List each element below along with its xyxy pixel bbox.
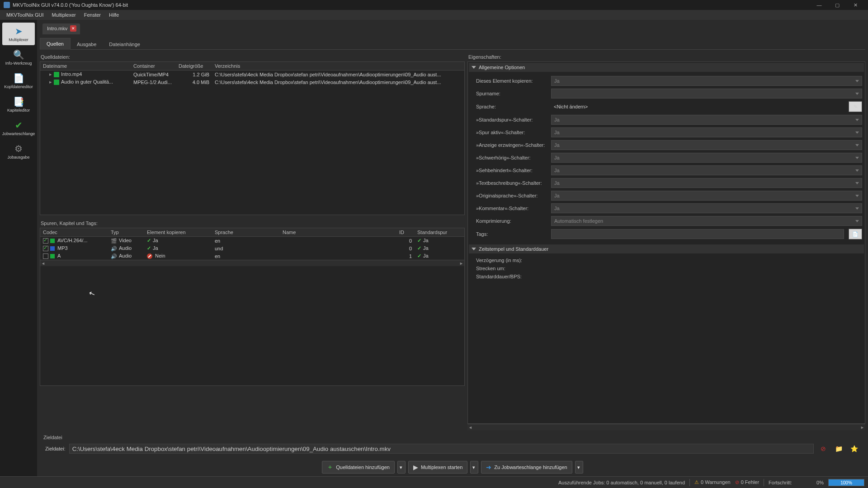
menu-multiplexer[interactable]: Multiplexer: [48, 11, 80, 19]
hearing-flag-select[interactable]: Ja: [551, 153, 862, 163]
track-color: [50, 254, 55, 258]
tracks-hscroll[interactable]: ◄►: [40, 260, 464, 266]
tab-output[interactable]: Ausgabe: [71, 39, 103, 50]
prop-comment-flag: »Kommentar«-Schalter: Ja: [469, 202, 864, 215]
minimize-button[interactable]: —: [810, 0, 828, 10]
sidebar-chapter-editor[interactable]: 📑 Kapiteleditor: [2, 93, 35, 116]
comment-flag-select[interactable]: Ja: [551, 203, 862, 213]
warning-icon: ⚠: [694, 479, 699, 485]
collapse-icon: [472, 66, 476, 69]
sources-table[interactable]: Dateiname Container Dateigröße Verzeichn…: [40, 61, 465, 215]
tree-toggle-icon[interactable]: ▸: [49, 71, 52, 77]
visual-flag-select[interactable]: Ja: [551, 165, 862, 175]
destination-clear-button[interactable]: ⊘: [817, 444, 829, 454]
check-icon: ✓: [417, 253, 421, 258]
source-row[interactable]: ▸Audio in guter Qualitä... MPEG-1/2 Audi…: [40, 78, 464, 86]
progress-current: 0%: [797, 480, 824, 485]
status-jobs: Auszuführende Jobs: 0 automatisch, 0 man…: [558, 480, 685, 485]
origlang-flag-select[interactable]: Ja: [551, 191, 862, 201]
tab-attachments[interactable]: Dateianhänge: [103, 39, 146, 50]
chevron-down-icon: [855, 220, 859, 222]
audio-type-icon: 🔊: [111, 246, 117, 251]
tags-browse-button[interactable]: 📄: [849, 229, 862, 239]
forced-flag-select[interactable]: Ja: [551, 140, 862, 150]
col-codec[interactable]: Codec: [40, 228, 108, 237]
col-directory[interactable]: Verzeichnis: [212, 62, 464, 70]
col-name[interactable]: Name: [280, 228, 396, 237]
document-tab[interactable]: Intro.mkv ✕: [42, 23, 80, 34]
chevron-down-icon: [855, 157, 859, 159]
sidebar: ➤ Multiplexer 🔍 Info-Werkzeug 📄 Kopfdate…: [0, 20, 37, 476]
sidebar-header-editor[interactable]: 📄 Kopfdateneditor: [2, 70, 35, 92]
document-tab-close[interactable]: ✕: [70, 25, 76, 32]
status-errors[interactable]: ⊘0 Fehler: [735, 479, 759, 485]
chevron-down-icon: [855, 182, 859, 184]
compression-select[interactable]: Automatisch festlegen: [551, 216, 862, 226]
status-warnings[interactable]: ⚠0 Warnungen: [694, 479, 731, 485]
col-container[interactable]: Container: [131, 62, 176, 70]
col-filename[interactable]: Dateiname: [40, 62, 131, 70]
chevron-down-icon: [855, 144, 859, 146]
prop-compression: Komprimierung: Automatisch festlegen: [469, 215, 864, 227]
sidebar-multiplexer[interactable]: ➤ Multiplexer: [2, 23, 35, 45]
chevron-down-icon: [855, 93, 859, 95]
chapter-icon: 📑: [13, 96, 24, 107]
track-row[interactable]: A 🔊Audio Nein en 1 ✓Ja: [40, 252, 464, 260]
copy-element-select[interactable]: Ja: [551, 76, 862, 86]
menubar: MKVToolNix GUI Multiplexer Fenster Hilfe: [0, 10, 868, 20]
trackname-input[interactable]: [551, 89, 862, 99]
add-to-queue-button[interactable]: ➜Zu Jobwarteschlange hinzufügen: [481, 461, 572, 474]
destination-label: Zieldatei:: [45, 446, 66, 451]
track-row[interactable]: MP3 🔊Audio ✓Ja und 0 ✓Ja: [40, 244, 464, 252]
menu-mkvtoolnix[interactable]: MKVToolNix GUI: [3, 11, 47, 19]
start-mux-dropdown[interactable]: ▾: [470, 461, 478, 474]
tracks-table[interactable]: Codec Typ Element kopieren Sprache Name …: [40, 228, 465, 386]
track-checkbox[interactable]: [43, 246, 48, 251]
track-checkbox[interactable]: [43, 253, 48, 259]
source-row[interactable]: ▸Intro.mp4 QuickTime/MP4 1.2 GiB C:\User…: [40, 70, 464, 79]
active-flag-select[interactable]: Ja: [551, 127, 862, 137]
properties-label: Eigenschaften:: [467, 52, 865, 61]
sidebar-output[interactable]: ⚙ Jobausgabe: [2, 140, 35, 163]
props-section-general[interactable]: Allgemeine Optionen: [469, 63, 864, 72]
destination-recent-button[interactable]: ⭐: [848, 444, 860, 454]
track-color: [50, 239, 55, 243]
track-checkbox[interactable]: [43, 238, 48, 244]
tab-sources[interactable]: Quellen: [40, 38, 71, 50]
sidebar-info[interactable]: 🔍 Info-Werkzeug: [2, 46, 35, 69]
track-color: [50, 246, 55, 251]
tags-input[interactable]: [551, 229, 844, 239]
action-bar: ＋Quelldateien hinzufügen ▾ ▶Multiplexen …: [40, 458, 865, 476]
close-button[interactable]: ✕: [846, 0, 864, 10]
destination-input[interactable]: [69, 444, 814, 454]
textdesc-flag-select[interactable]: Ja: [551, 178, 862, 188]
props-section-timestamp[interactable]: Zeitstempel und Standarddauer: [469, 244, 864, 253]
start-mux-button[interactable]: ▶Multiplexen starten: [408, 461, 467, 474]
chevron-down-icon: [855, 207, 859, 210]
error-icon: ⊘: [735, 479, 739, 485]
col-id[interactable]: ID: [396, 228, 415, 237]
add-sources-dropdown[interactable]: ▾: [397, 461, 406, 474]
tree-toggle-icon[interactable]: ▸: [49, 79, 52, 84]
add-sources-button[interactable]: ＋Quelldateien hinzufügen: [322, 461, 395, 474]
standard-flag-select[interactable]: Ja: [551, 115, 862, 125]
add-to-queue-dropdown[interactable]: ▾: [575, 461, 583, 474]
track-row[interactable]: AVC/H.264/... 🎬Video ✓Ja en 0 ✓Ja: [40, 237, 464, 245]
col-size[interactable]: Dateigröße: [176, 62, 212, 70]
check-icon: ✓: [417, 238, 421, 243]
props-hscroll[interactable]: ◄►: [467, 424, 865, 430]
menu-help[interactable]: Hilfe: [105, 11, 123, 19]
sidebar-queue[interactable]: ✔ Jobwarteschlange: [2, 117, 35, 139]
app-icon: [4, 2, 10, 8]
language-edit-button[interactable]: ✎: [849, 101, 862, 112]
maximize-button[interactable]: ▢: [828, 0, 846, 10]
destination-browse-button[interactable]: 📁: [833, 444, 844, 454]
prop-hearing-flag: »Schwerhörig«-Schalter: Ja: [469, 151, 864, 164]
document-tabs: Intro.mkv ✕: [40, 22, 865, 34]
menu-fenster[interactable]: Fenster: [80, 11, 104, 19]
col-copy[interactable]: Element kopieren: [144, 228, 212, 237]
prop-origlang-flag: »Originalsprache«-Schalter: Ja: [469, 189, 864, 202]
col-type[interactable]: Typ: [108, 228, 144, 237]
col-language[interactable]: Sprache: [212, 228, 280, 237]
col-standard[interactable]: Standardspur: [415, 228, 464, 237]
